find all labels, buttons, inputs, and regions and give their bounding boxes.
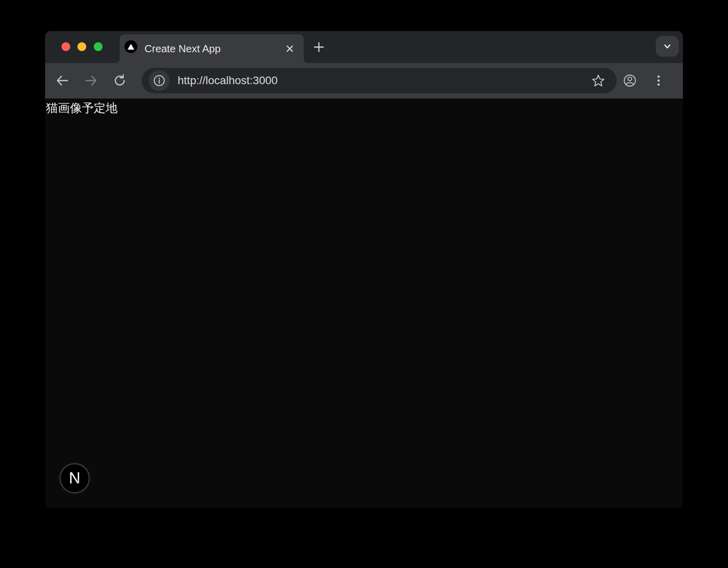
url-text[interactable]: http://localhost:3000 <box>178 68 278 93</box>
new-tab-plus-icon[interactable] <box>312 40 326 54</box>
reload-icon[interactable] <box>113 73 127 88</box>
address-bar[interactable]: http://localhost:3000 <box>142 68 617 93</box>
tab-close-icon[interactable] <box>284 43 295 54</box>
tab-curve-left <box>115 58 120 63</box>
traffic-zoom-button[interactable] <box>94 42 103 51</box>
browser-window: Create Next App <box>45 31 683 508</box>
page-viewport: 猫画像予定地 N <box>45 99 683 508</box>
traffic-minimize-button[interactable] <box>77 42 86 51</box>
nextjs-dev-badge[interactable]: N <box>59 463 90 493</box>
site-info-icon[interactable] <box>149 70 170 91</box>
menu-dots-icon[interactable] <box>651 73 666 88</box>
tab-curve-right <box>304 58 309 63</box>
traffic-close-button[interactable] <box>61 42 70 51</box>
tab-title: Create Next App <box>144 34 221 63</box>
tab-strip: Create Next App <box>45 31 683 63</box>
cat-image-placeholder-text: 猫画像予定地 <box>46 100 118 116</box>
nextjs-n-letter: N <box>69 469 81 487</box>
tab-search-chevron-icon[interactable] <box>656 36 679 57</box>
profile-icon[interactable] <box>623 73 637 88</box>
bookmark-star-icon[interactable] <box>591 73 605 88</box>
back-icon[interactable] <box>55 73 69 88</box>
forward-icon[interactable] <box>84 73 98 88</box>
vercel-triangle-favicon <box>125 40 137 53</box>
browser-toolbar: http://localhost:3000 <box>45 63 683 99</box>
active-tab[interactable]: Create Next App <box>120 34 304 63</box>
